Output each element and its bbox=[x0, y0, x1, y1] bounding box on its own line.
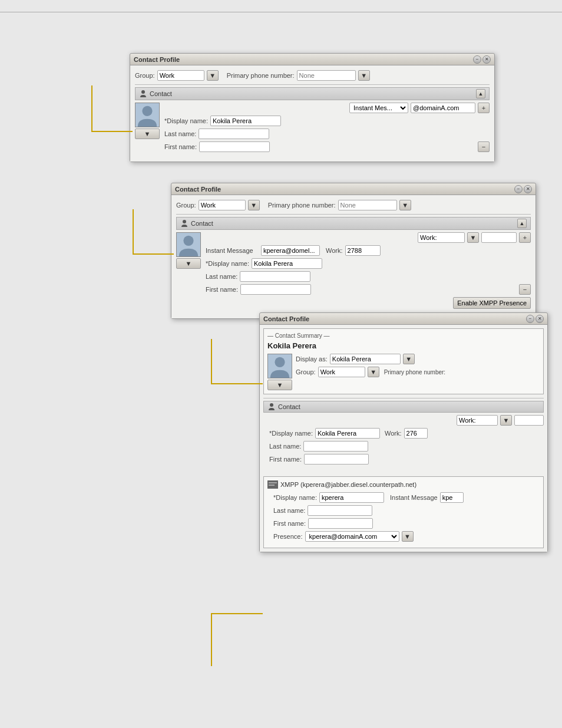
presence-label: Presence: bbox=[273, 533, 303, 540]
work-value-input-2[interactable] bbox=[481, 232, 517, 243]
minimize-btn-1[interactable]: − bbox=[473, 55, 481, 64]
svg-point-8 bbox=[270, 403, 273, 407]
chevron-down-icon-3: ▼ bbox=[144, 130, 151, 137]
page-wrapper: Contact Profile − ✕ Group: ▼ Primary pho… bbox=[0, 0, 562, 728]
group-label-1: Group: bbox=[135, 72, 155, 79]
minimize-btn-3[interactable]: − bbox=[526, 315, 534, 323]
remove-btn-2[interactable]: − bbox=[519, 284, 531, 295]
last-name-label-3: Last name: bbox=[269, 443, 301, 450]
first-name-row-1: First name: − bbox=[164, 141, 490, 152]
group-row-1: Group: ▼ Primary phone number: ▼ bbox=[135, 70, 490, 81]
last-name-input-2[interactable] bbox=[240, 271, 310, 282]
group-dropdown-1[interactable]: ▼ bbox=[207, 70, 219, 81]
avatar-dropdown-2[interactable]: ▼ bbox=[176, 258, 201, 269]
close-btn-2[interactable]: ✕ bbox=[524, 185, 532, 193]
work-dropdown-2[interactable]: ▼ bbox=[467, 232, 479, 243]
window-2-body: Group: ▼ Primary phone number: ▼ Contact… bbox=[171, 195, 535, 318]
group-dropdown-2[interactable]: ▼ bbox=[248, 200, 260, 210]
instant-work-row-2: Instant Message Work: bbox=[206, 245, 531, 256]
xmpp-instant-input[interactable] bbox=[440, 492, 464, 503]
presence-select[interactable]: kperera@domainA.com bbox=[305, 531, 399, 542]
window-3: Contact Profile − ✕ — Contact Summary — … bbox=[259, 312, 548, 552]
work-phone-input-2[interactable] bbox=[345, 245, 381, 256]
xmpp-fields: *Display name: Instant Message Last name… bbox=[267, 492, 540, 542]
last-name-input-3[interactable] bbox=[303, 441, 368, 452]
display-name-label-2: *Display name: bbox=[206, 260, 249, 267]
xmpp-display-input[interactable] bbox=[319, 492, 384, 503]
svg-point-5 bbox=[183, 236, 193, 246]
work-dropdown-3[interactable]: ▼ bbox=[500, 415, 512, 426]
collapse-btn-1[interactable]: ▲ bbox=[476, 89, 485, 98]
chevron-down-icon-7: ▼ bbox=[470, 234, 477, 241]
contact-section-3: Contact bbox=[263, 401, 544, 413]
display-as-input[interactable] bbox=[330, 354, 401, 364]
window-1: Contact Profile − ✕ Group: ▼ Primary pho… bbox=[130, 53, 495, 162]
arrow-3 bbox=[211, 383, 263, 384]
group-input-2[interactable] bbox=[199, 200, 246, 210]
contact-fields-3: ▼ *Display name: Work: Last name: First … bbox=[263, 415, 544, 465]
contact-label-3: Contact bbox=[278, 403, 300, 410]
instant-msg-input-1[interactable] bbox=[411, 103, 475, 113]
display-name-row-2: *Display name: bbox=[206, 258, 531, 269]
contact-section-1: Contact ▲ bbox=[135, 87, 490, 100]
work-type-input-2[interactable] bbox=[418, 232, 465, 243]
collapse-btn-2[interactable]: ▲ bbox=[517, 219, 527, 228]
close-btn-1[interactable]: ✕ bbox=[482, 55, 491, 64]
close-btn-3[interactable]: ✕ bbox=[535, 315, 544, 323]
display-name-input-3[interactable] bbox=[315, 428, 380, 439]
display-name-input-1[interactable] bbox=[210, 116, 281, 126]
presence-row: Presence: kperera@domainA.com ▼ bbox=[273, 531, 540, 542]
chevron-down-icon-2: ▼ bbox=[361, 72, 367, 79]
xmpp-first-label: First name: bbox=[273, 520, 306, 527]
xmpp-last-input[interactable] bbox=[308, 505, 372, 516]
avatar-dropdown-3[interactable]: ▼ bbox=[267, 380, 292, 390]
remove-btn-1[interactable]: − bbox=[478, 141, 490, 152]
work-value-3[interactable] bbox=[514, 415, 544, 426]
last-name-row-1: Last name: bbox=[164, 129, 490, 139]
xmpp-instant-label: Instant Message bbox=[390, 494, 438, 501]
contact-label-1: Contact bbox=[150, 90, 172, 97]
primary-phone-dropdown-1[interactable]: ▼ bbox=[358, 70, 370, 81]
contact-fields-2: ▼ + Instant Message Work: *Display name: bbox=[203, 232, 531, 311]
sep-2 bbox=[176, 214, 531, 215]
work-phone-label-2: Work: bbox=[326, 247, 343, 254]
display-as-label: Display as: bbox=[296, 355, 328, 363]
presence-dropdown[interactable]: ▼ bbox=[402, 531, 414, 542]
first-name-input-2[interactable] bbox=[240, 284, 311, 295]
arrow-1 bbox=[91, 131, 133, 132]
contact-name-large: Kokila Perera bbox=[267, 341, 540, 350]
arrow-v-3 bbox=[211, 339, 212, 384]
xmpp-first-row: First name: bbox=[273, 518, 540, 529]
chevron-down-icon-6: ▼ bbox=[186, 260, 192, 267]
avatar-dropdown-1[interactable]: ▼ bbox=[135, 129, 160, 139]
primary-phone-input-2[interactable] bbox=[338, 200, 397, 210]
work-phone-input-3[interactable] bbox=[404, 428, 428, 439]
add-work-2[interactable]: + bbox=[519, 232, 531, 243]
group-input-3[interactable] bbox=[318, 367, 365, 377]
first-name-label-1: First name: bbox=[164, 143, 197, 150]
avatar-area-2: ▼ ▼ + Instant Message Work: bbox=[176, 232, 531, 311]
minimize-btn-2[interactable]: − bbox=[514, 185, 523, 193]
xmpp-first-input[interactable] bbox=[308, 518, 373, 529]
svg-point-0 bbox=[141, 90, 145, 94]
work-type-3[interactable] bbox=[457, 415, 498, 426]
svg-rect-10 bbox=[269, 482, 277, 483]
avatar-1 bbox=[135, 103, 160, 127]
add-instant-msg-1[interactable]: + bbox=[478, 103, 490, 113]
group-input-1[interactable] bbox=[157, 70, 204, 81]
last-name-input-1[interactable] bbox=[199, 129, 269, 139]
display-as-dropdown[interactable]: ▼ bbox=[403, 354, 415, 364]
primary-phone-input-1[interactable] bbox=[297, 70, 356, 81]
instant-msg-input-2[interactable] bbox=[261, 245, 320, 256]
svg-rect-11 bbox=[269, 485, 275, 486]
window-3-title: Contact Profile bbox=[263, 315, 309, 322]
group-dropdown-3[interactable]: ▼ bbox=[368, 367, 379, 377]
summary-fields: Display as: ▼ Group: ▼ Primary phone num… bbox=[296, 354, 540, 380]
display-name-input-2[interactable] bbox=[252, 258, 322, 269]
instant-msg-select-1[interactable]: Instant Mes... bbox=[349, 103, 408, 113]
arrow-v-2 bbox=[133, 209, 134, 254]
first-name-input-1[interactable] bbox=[199, 141, 270, 152]
primary-phone-dropdown-2[interactable]: ▼ bbox=[399, 200, 411, 210]
enable-xmpp-btn-2[interactable]: Enable XMPP Presence bbox=[453, 297, 531, 309]
first-name-input-3[interactable] bbox=[304, 454, 369, 465]
